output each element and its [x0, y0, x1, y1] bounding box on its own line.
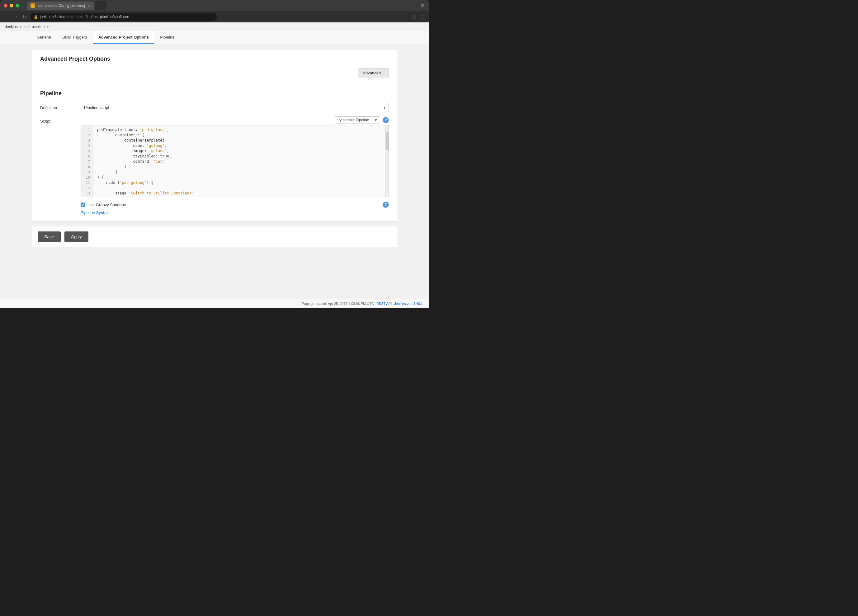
pipeline-section: Pipeline Definition Pipeline script Pipe… — [31, 84, 398, 221]
menu-icon[interactable]: ⋮ — [420, 14, 425, 20]
url-text: jenkins.k8s.kumorilabs.com/job/test-pipe… — [40, 15, 129, 19]
line-numbers: 1 2 3 4 5 6 7 8 9 10 11 — [81, 126, 93, 197]
advanced-section-title: Advanced Project Options — [40, 56, 389, 62]
content-panel: Advanced Project Options Advanced... Pip… — [31, 49, 398, 222]
definition-select[interactable]: Pipeline script Pipeline script from SCM — [81, 103, 389, 112]
tab-bar: J test-pipeline Config [Jenkins] × — [27, 1, 418, 10]
address-bar: ← → ↻ 🔒 jenkins.k8s.kumorilabs.com/job/t… — [0, 11, 429, 22]
script-editor-wrapper: try sample Pipeline... Hello World ▼ ? 1… — [81, 116, 389, 197]
script-row: Script try sample Pipeline... Hello Worl… — [40, 116, 389, 197]
save-button[interactable]: Save — [38, 231, 61, 242]
code-editor[interactable]: 1 2 3 4 5 6 7 8 9 10 11 — [81, 125, 389, 197]
breadcrumb-jenkins[interactable]: Jenkins — [5, 25, 18, 29]
forward-button[interactable]: → — [12, 14, 19, 20]
apply-button[interactable]: Apply — [64, 231, 89, 242]
advanced-button[interactable]: Advanced... — [358, 68, 389, 78]
new-tab-button[interactable] — [95, 1, 106, 10]
tab-pipeline[interactable]: Pipeline — [154, 31, 180, 44]
browser-tab[interactable]: J test-pipeline Config [Jenkins] × — [27, 2, 94, 10]
breadcrumb-pipeline[interactable]: test-pipeline — [25, 25, 45, 29]
minimize-button[interactable] — [10, 4, 13, 8]
definition-label: Definition — [40, 103, 81, 110]
sample-select-wrapper: try sample Pipeline... Hello World ▼ — [335, 116, 380, 124]
ssl-icon: 🔒 — [34, 15, 38, 19]
bookmark-icon[interactable]: ☆ — [412, 14, 417, 20]
jenkins-ver-link[interactable]: Jenkins ver. 2.46.1 — [394, 302, 423, 306]
scrollbar-thumb — [386, 132, 389, 150]
tab-general[interactable]: General — [31, 31, 57, 44]
window-controls: ≡ — [421, 3, 425, 9]
code-lines: 1 2 3 4 5 6 7 8 9 10 11 — [81, 126, 389, 197]
code-content[interactable]: podTemplate(label: 'pod-golang', contain… — [93, 126, 385, 197]
definition-row: Definition Pipeline script Pipeline scri… — [40, 103, 389, 112]
main-content: General Build Triggers Advanced Project … — [0, 31, 429, 299]
page-footer: Page generated: Apr 25, 2017 9:08:06 PM … — [0, 299, 429, 308]
button-bar: Save Apply — [31, 227, 398, 247]
advanced-section: Advanced Project Options Advanced... — [31, 50, 398, 84]
maximize-button[interactable] — [16, 4, 19, 8]
script-scrollbar[interactable] — [385, 126, 389, 197]
breadcrumb: Jenkins ► test-pipeline ► — [0, 22, 429, 31]
sample-pipeline-select[interactable]: try sample Pipeline... Hello World — [335, 116, 380, 124]
tab-advanced-project-options[interactable]: Advanced Project Options — [93, 31, 155, 44]
close-button[interactable] — [4, 4, 8, 8]
rest-api-link[interactable]: REST API — [376, 302, 392, 306]
traffic-lights — [4, 4, 19, 8]
script-editor-header: try sample Pipeline... Hello World ▼ ? — [81, 116, 389, 124]
script-label: Script — [40, 116, 81, 124]
script-help-icon[interactable]: ? — [382, 117, 389, 123]
groovy-sandbox-checkbox[interactable] — [81, 203, 85, 207]
breadcrumb-sep-1: ► — [20, 25, 23, 28]
breadcrumb-sep-2: ► — [47, 25, 50, 28]
pipeline-section-title: Pipeline — [40, 90, 389, 97]
reload-button[interactable]: ↻ — [21, 14, 27, 20]
groovy-sandbox-help-icon[interactable]: ? — [382, 202, 389, 208]
url-box[interactable]: 🔒 jenkins.k8s.kumorilabs.com/job/test-pi… — [30, 13, 217, 21]
definition-control: Pipeline script Pipeline script from SCM… — [81, 103, 389, 112]
definition-select-wrapper: Pipeline script Pipeline script from SCM… — [81, 103, 389, 112]
tab-build-triggers[interactable]: Build Triggers — [57, 31, 92, 44]
groovy-sandbox-label: Use Groovy Sandbox — [87, 203, 126, 207]
tab-favicon: J — [31, 3, 35, 8]
title-bar: J test-pipeline Config [Jenkins] × ≡ — [0, 0, 429, 11]
groovy-sandbox-row: Use Groovy Sandbox ? — [40, 202, 389, 208]
address-actions: ☆ ⋮ — [412, 14, 425, 20]
tab-close-icon[interactable]: × — [87, 3, 90, 8]
page-generated-text: Page generated: Apr 25, 2017 9:08:06 PM … — [302, 302, 374, 306]
pipeline-syntax-link[interactable]: Pipeline Syntax — [40, 210, 389, 215]
tab-title: test-pipeline Config [Jenkins] — [37, 3, 85, 8]
config-tabs: General Build Triggers Advanced Project … — [0, 31, 429, 44]
back-button[interactable]: ← — [4, 14, 10, 20]
